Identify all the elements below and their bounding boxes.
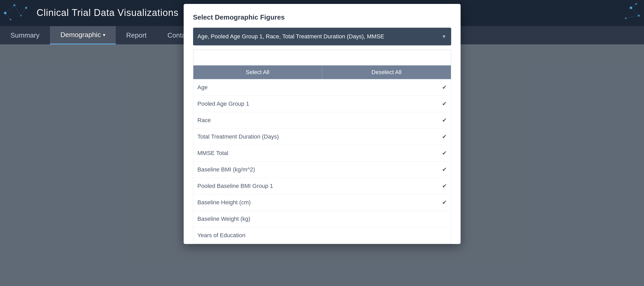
nav-item-summary[interactable]: Summary [0, 26, 50, 44]
deselect-all-button[interactable]: Deselect All [322, 65, 451, 79]
svg-line-15 [631, 4, 636, 8]
svg-line-6 [14, 5, 21, 16]
select-all-button[interactable]: Select All [193, 65, 322, 79]
svg-line-14 [626, 16, 639, 18]
check-icon: ✔ [442, 150, 447, 157]
option-label: Baseline Height (cm) [198, 199, 251, 206]
option-label: Baseline Weight (kg) [198, 216, 251, 222]
list-item[interactable]: Baseline BMI (kg/m^2)✔ [193, 162, 451, 178]
nav-item-report[interactable]: Report [116, 26, 157, 44]
options-list: Age✔Pooled Age Group 1✔Race✔Total Treatm… [193, 79, 451, 244]
search-input[interactable] [193, 50, 451, 65]
network-decoration-right [592, 0, 644, 26]
check-icon: ✔ [442, 117, 447, 124]
option-label: Pooled Baseline BMI Group 1 [198, 183, 273, 189]
modal-title: Select Demographic Figures [193, 13, 451, 21]
select-dropdown[interactable]: Age, Pooled Age Group 1, Race, Total Tre… [193, 28, 451, 45]
dropdown-arrow-icon: ▾ [103, 32, 105, 38]
list-item[interactable]: MMSE Total✔ [193, 145, 451, 162]
svg-line-7 [21, 8, 26, 16]
option-label: Total Treatment Duration (Days) [198, 133, 279, 140]
option-label: Years of Education [198, 232, 246, 239]
option-label: Pooled Age Group 1 [198, 100, 249, 107]
list-item[interactable]: Pooled Age Group 1✔ [193, 96, 451, 112]
option-label: Race [198, 117, 211, 124]
modal: Select Demographic Figures Age, Pooled A… [184, 4, 461, 244]
btn-row: Select All Deselect All [193, 65, 451, 79]
check-icon: ✔ [442, 166, 447, 173]
nav-item-demographic[interactable]: Demographic ▾ [50, 26, 116, 44]
check-icon: ✔ [442, 100, 447, 107]
option-label: Baseline BMI (kg/m^2) [198, 166, 255, 173]
list-item[interactable]: Baseline Height (cm)✔ [193, 194, 451, 211]
select-box-arrow-icon: ▼ [442, 34, 447, 40]
check-icon: ✔ [442, 199, 447, 206]
list-item[interactable]: Years of Education [193, 227, 451, 244]
svg-line-8 [5, 13, 10, 20]
list-item[interactable]: Total Treatment Duration (Days)✔ [193, 129, 451, 145]
svg-line-13 [631, 8, 639, 16]
option-label: MMSE Total [198, 150, 228, 157]
check-icon: ✔ [442, 133, 447, 140]
list-item[interactable]: Race✔ [193, 112, 451, 129]
check-icon: ✔ [442, 183, 447, 189]
network-decoration-left [0, 0, 31, 26]
app-title: Clinical Trial Data Visualizations [37, 7, 179, 18]
search-container [193, 50, 451, 65]
list-item[interactable]: Pooled Baseline BMI Group 1✔ [193, 178, 451, 194]
check-icon: ✔ [442, 84, 447, 91]
select-box-text: Age, Pooled Age Group 1, Race, Total Tre… [198, 33, 438, 40]
svg-line-5 [5, 5, 14, 13]
list-item[interactable]: Age✔ [193, 79, 451, 96]
option-label: Age [198, 84, 208, 91]
list-item[interactable]: Baseline Weight (kg) [193, 211, 451, 227]
